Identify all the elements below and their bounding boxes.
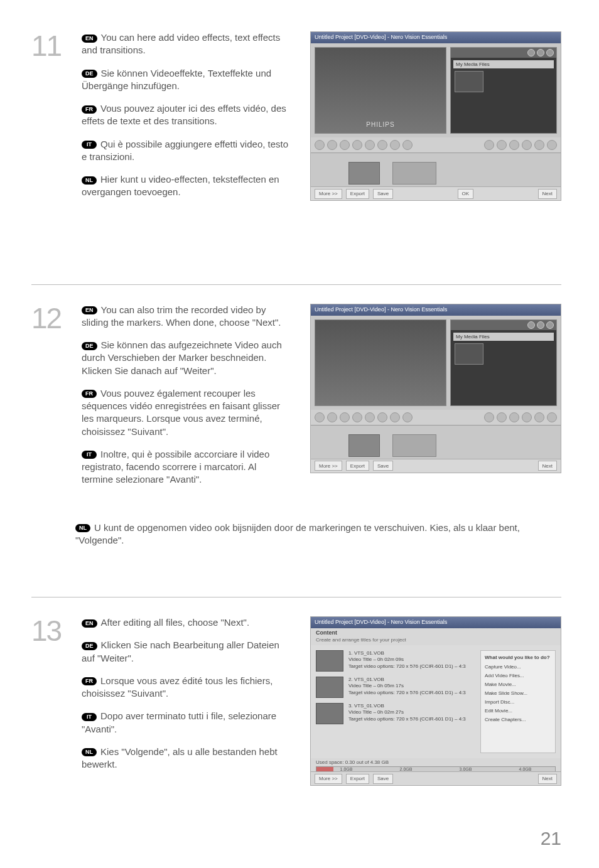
video-preview: PHILIPS: [315, 47, 446, 134]
lang-pill-fr: FR: [82, 390, 97, 398]
next-button[interactable]: Next: [538, 774, 557, 784]
page-number: 21: [541, 828, 561, 849]
export-button[interactable]: Export: [346, 774, 369, 784]
ok-button[interactable]: OK: [458, 189, 474, 199]
action-item[interactable]: Edit Movie...: [485, 708, 551, 714]
save-button[interactable]: Save: [373, 461, 393, 471]
tool-icon: [315, 140, 325, 150]
lang-nl: NLHier kunt u video-effecten, teksteffec…: [82, 173, 290, 199]
tool-icon: [352, 412, 362, 422]
lang-nl: NLKies "Volgende", als u alle bestanden …: [82, 746, 290, 771]
media-thumb: [455, 71, 483, 92]
play-icon: [484, 412, 494, 422]
list-item: 2. VTS_01.VOBVideo Title – 0h 05m 17sTar…: [316, 677, 475, 698]
timeline: [311, 153, 561, 188]
step-12: 12 ENYou can also trim the recorded vide…: [31, 284, 561, 509]
play-icon: [497, 412, 507, 422]
top-controls: [451, 320, 556, 330]
lang-fr: FRLorsque vous avez édité tous les fichi…: [82, 675, 290, 700]
media-panel: My Media Files: [450, 47, 557, 134]
lang-pill-nl: NL: [82, 748, 97, 756]
lang-it: ITQui è possibile aggiungere effetti vid…: [82, 138, 290, 164]
more-button[interactable]: More >>: [315, 189, 342, 199]
lang-pill-it: IT: [82, 141, 97, 149]
lang-pill-nl: NL: [82, 176, 97, 185]
more-button[interactable]: More >>: [315, 461, 342, 471]
text-nl: Kies "Volgende", als u alle bestanden he…: [82, 746, 278, 769]
control-dot: [546, 321, 554, 329]
window-titlebar: Untitled Project [DVD-Video] - Nero Visi…: [311, 617, 561, 628]
video-preview: [315, 319, 446, 406]
play-icon: [509, 140, 519, 150]
media-label: My Media Files: [453, 333, 554, 341]
text-nl: U kunt de opgenomen video ook bijsnijden…: [75, 522, 520, 545]
action-item[interactable]: Create Chapters...: [485, 717, 551, 722]
export-button[interactable]: Export: [346, 461, 369, 471]
play-icon: [522, 412, 532, 422]
list-meta: 1. VTS_01.VOBVideo Title – 0h 02m 09sTar…: [348, 650, 466, 670]
export-button[interactable]: Export: [346, 189, 369, 199]
action-item[interactable]: Make Movie...: [485, 682, 551, 687]
next-button[interactable]: Next: [538, 189, 557, 199]
upper-pane: My Media Files: [311, 316, 561, 410]
media-panel: My Media Files: [450, 319, 557, 406]
tool-icon: [365, 412, 375, 422]
window-titlebar: Untitled Project [DVD-Video] - Nero Visi…: [311, 304, 561, 316]
save-button[interactable]: Save: [373, 774, 393, 784]
list-item: 1. VTS_01.VOBVideo Title – 0h 02m 09sTar…: [316, 650, 475, 672]
lang-nl-full: NLU kunt de opgenomen video ook bijsnijd…: [75, 522, 561, 547]
list-item: 3. VTS_01.VOBVideo Title – 0h 02m 27sTar…: [316, 703, 475, 724]
step-number: 11: [31, 31, 69, 209]
screenshot-step12: Untitled Project [DVD-Video] - Nero Visi…: [310, 304, 561, 473]
list-meta: 3. VTS_01.VOBVideo Title – 0h 02m 27sTar…: [348, 703, 466, 722]
tool-icon: [340, 140, 350, 150]
screenshot-step11: Untitled Project [DVD-Video] - Nero Visi…: [310, 31, 561, 201]
toolbar-left: [311, 410, 561, 425]
thumb-icon: [316, 650, 343, 672]
bottom-bar: More >> Export Save Next: [311, 771, 561, 785]
actions-header: What would you like to do?: [485, 655, 551, 660]
play-icon: [547, 412, 557, 422]
action-item[interactable]: Capture Video...: [485, 664, 551, 670]
step-11: 11 ENYou can here add video effects, tex…: [31, 31, 561, 222]
title-list: 1. VTS_01.VOBVideo Title – 0h 02m 09sTar…: [316, 650, 475, 753]
tool-icon: [377, 412, 387, 422]
play-icon: [509, 412, 519, 422]
lang-pill-fr: FR: [82, 105, 97, 114]
action-item[interactable]: Make Slide Show...: [485, 690, 551, 696]
next-button[interactable]: Next: [538, 461, 557, 471]
action-item[interactable]: Import Disc...: [485, 699, 551, 705]
thumb-icon: [316, 677, 343, 698]
tool-icon: [327, 140, 337, 150]
text-it: Dopo aver terminato tutti i file, selezi…: [82, 710, 276, 734]
text-it: Qui è possibile aggiungere effetti video…: [82, 139, 288, 162]
timeline-clip: [392, 162, 436, 185]
content-header: Content: [311, 628, 561, 637]
more-button[interactable]: More >>: [315, 774, 342, 784]
step-13: 13 ENAfter editing all files, choose "Ne…: [31, 597, 561, 798]
top-controls: [451, 48, 556, 58]
media-label: My Media Files: [453, 60, 554, 68]
actions-panel: What would you like to do? Capture Video…: [480, 650, 556, 753]
upper-pane: PHILIPS My Media Files: [311, 43, 561, 137]
lang-fr: FRVous pouvez également recouper les séq…: [82, 387, 290, 438]
content-subheader: Create and arrange titles for your proje…: [311, 637, 561, 645]
lang-pill-de: DE: [82, 642, 97, 650]
bottom-bar: More >> Export Save OK Next: [311, 186, 561, 200]
control-dot: [537, 49, 544, 56]
lang-fr: FRVous pouvez ajouter ici des effets vid…: [82, 102, 290, 128]
save-button[interactable]: Save: [373, 189, 393, 199]
toolbar-left: [311, 137, 561, 153]
action-item[interactable]: Add Video Files...: [485, 673, 551, 678]
screenshot-step13: Untitled Project [DVD-Video] - Nero Visi…: [310, 616, 561, 786]
control-dot: [527, 321, 535, 329]
control-dot: [527, 49, 535, 56]
play-icon: [534, 140, 544, 150]
preview-brand: PHILIPS: [366, 121, 394, 128]
lang-de: DEKlicken Sie nach Bearbeitung aller Dat…: [82, 639, 290, 665]
text-en: After editing all files, choose "Next".: [101, 617, 250, 628]
lang-pill-en: EN: [82, 619, 97, 628]
timeline-clip: [348, 434, 380, 457]
lang-en: ENAfter editing all files, choose "Next"…: [82, 616, 290, 629]
tool-icon: [390, 412, 400, 422]
